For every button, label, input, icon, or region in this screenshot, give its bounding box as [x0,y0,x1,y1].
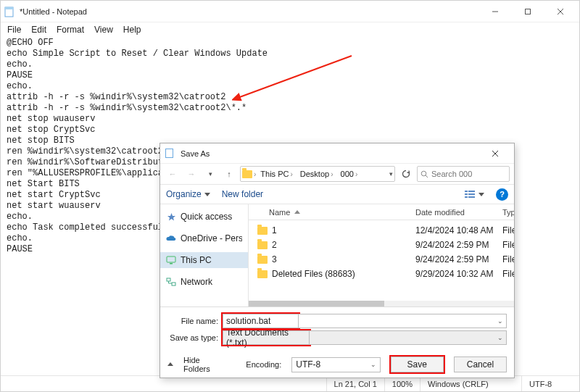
save-button[interactable]: Save [391,356,444,372]
horizontal-scrollbar[interactable] [249,301,514,306]
nav-this-pc[interactable]: This PC [160,252,248,268]
search-icon [420,170,428,178]
filename-input-ext[interactable]: ⌄ [299,314,507,328]
cancel-button[interactable]: Cancel [454,356,507,372]
list-item[interactable]: 112/4/2024 10:48 AMFile [249,223,514,238]
crumb-folder[interactable]: 000 › [338,170,361,178]
menu-edit[interactable]: Edit [26,24,51,36]
column-headers[interactable]: Name Date modified Type [249,204,514,220]
search-input[interactable]: Search 000 [417,166,510,182]
dialog-titlebar: Save As [160,143,514,164]
network-icon [166,277,176,287]
saveastype-select-value[interactable]: Text Documents (*.txt) [223,330,310,345]
nav-onedrive[interactable]: OneDrive - Personal [160,230,248,246]
svg-rect-3 [525,9,530,14]
nav-forward-button[interactable]: → [183,166,199,182]
breadcrumb[interactable]: › This PC › Desktop › 000 › ▾ [240,166,395,182]
maximize-button[interactable] [511,1,544,22]
status-pos: Ln 21, Col 1 [326,376,384,391]
status-encoding: UTF-8 [521,376,579,391]
dialog-app-icon [165,148,176,159]
nav-network[interactable]: Network [160,274,248,290]
nav-recent-button[interactable]: ▾ [202,166,218,182]
encoding-label: Encoding: [246,360,281,369]
notepad-app-icon [4,6,15,17]
svg-rect-20 [167,278,170,281]
folder-icon [257,270,268,278]
status-eol: Windows (CRLF) [420,376,521,391]
status-zoom: 100% [384,376,420,391]
folder-icon [257,256,268,264]
dialog-title: Save As [181,149,210,158]
pc-icon [166,255,176,265]
cloud-icon [166,233,176,243]
dialog-footer: Hide Folders Encoding: UTF-8⌄ Save Cance… [160,353,514,378]
chevron-up-icon [167,362,173,367]
list-item[interactable]: 39/24/2024 2:59 PMFile [249,252,514,267]
menu-file[interactable]: File [2,24,26,36]
saveastype-select[interactable]: ⌄ [310,330,507,345]
svg-rect-16 [465,196,468,198]
nav-up-button[interactable]: ↑ [221,166,237,182]
svg-rect-15 [468,193,475,195]
save-as-dialog: Save As ← → ▾ ↑ › This PC › Desktop › 00… [160,143,515,378]
minimize-button[interactable] [478,1,511,22]
help-button[interactable]: ? [496,188,508,201]
encoding-select[interactable]: UTF-8⌄ [291,357,380,372]
organize-button[interactable]: Organize [166,189,210,199]
crumb-thispc[interactable]: This PC › [257,170,295,178]
col-type-header[interactable]: Type [502,208,514,217]
menu-help[interactable]: Help [118,24,146,36]
svg-rect-14 [465,193,468,195]
nav-pane: Quick access OneDrive - Personal This PC… [160,204,249,306]
list-item[interactable]: 29/24/2024 2:59 PMFile [249,238,514,252]
close-button[interactable] [544,1,576,22]
menubar: File Edit Format View Help [1,22,579,36]
sort-icon [294,210,300,214]
star-icon [166,212,176,222]
svg-rect-18 [167,257,175,262]
filename-label: File name: [167,317,223,325]
view-button[interactable] [464,189,484,199]
folder-icon [257,241,268,249]
saveastype-label: Save as type: [167,333,223,342]
notepad-title: *Untitled - Notepad [20,7,87,16]
dialog-close-button[interactable] [481,143,510,164]
svg-rect-19 [170,263,173,264]
col-date-header[interactable]: Date modified [415,208,465,217]
folder-icon [257,227,268,235]
dialog-toolbar: Organize New folder ? [160,184,514,204]
view-icon [464,189,476,199]
svg-rect-17 [468,196,475,198]
filename-input[interactable]: solution.bat [223,314,299,328]
crumb-desktop[interactable]: Desktop › [297,170,336,178]
svg-rect-7 [166,149,173,157]
new-folder-button[interactable]: New folder [222,189,263,199]
address-bar: ← → ▾ ↑ › This PC › Desktop › 000 › ▾ Se… [160,164,514,184]
search-placeholder: Search 000 [431,170,472,178]
svg-rect-13 [468,191,475,192]
folder-icon [242,169,252,179]
menu-format[interactable]: Format [51,24,89,36]
col-name-header[interactable]: Name [269,208,290,217]
notepad-titlebar: *Untitled - Notepad [1,1,579,22]
svg-point-10 [421,171,426,176]
list-item[interactable]: Deleted Files (88683)9/29/2024 10:32 AMF… [249,267,514,281]
svg-rect-1 [5,7,13,9]
svg-line-11 [426,175,428,178]
nav-back-button[interactable]: ← [165,166,181,182]
menu-view[interactable]: View [89,24,118,36]
nav-quick-access[interactable]: Quick access [160,209,248,225]
svg-rect-12 [465,191,468,192]
svg-rect-21 [172,283,175,285]
refresh-button[interactable] [398,166,414,182]
file-list-pane: Name Date modified Type 112/4/2024 10:48… [249,204,514,306]
hide-folders-button[interactable]: Hide Folders [183,356,225,373]
